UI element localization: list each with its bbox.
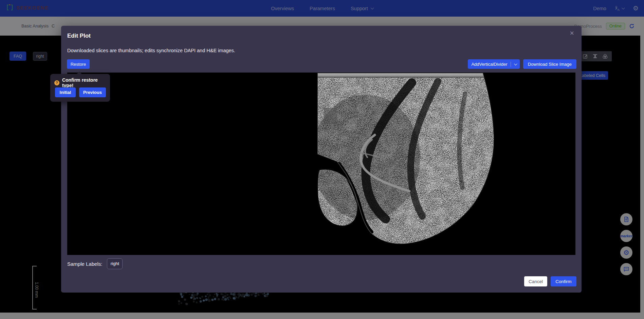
restore-previous-button[interactable]: Previous [79, 87, 106, 97]
sample-labels-label: Sample Labels: [67, 261, 102, 267]
restore-confirm-popover: ? Confirm restore type! Initial Previous [50, 74, 110, 102]
modal-title: Edit Plot [67, 33, 91, 39]
restore-button[interactable]: Restore [67, 59, 90, 69]
restore-initial-button[interactable]: Initial [55, 87, 76, 97]
button-divider [511, 62, 511, 67]
brain-slice-image [67, 73, 575, 255]
download-slice-image-button[interactable]: Download Slice Image [523, 59, 576, 69]
popover-message: Confirm restore type! [62, 77, 110, 88]
modal-action-buttons: AddVerticalDivider Download Slice Image [468, 59, 576, 69]
screen: SEEKGENE Overviews Parameters Support De… [0, 0, 644, 319]
cancel-button[interactable]: Cancel [524, 276, 547, 286]
modal-footer: Cancel Confirm [524, 276, 576, 286]
question-circle-icon: ? [54, 80, 59, 85]
add-vertical-divider-button[interactable]: AddVerticalDivider [468, 59, 519, 69]
modal-description: Downloaded slices are thumbnails; edits … [67, 48, 235, 53]
popover-message-row: ? Confirm restore type! [54, 77, 110, 88]
slice-image-viewport[interactable] [67, 73, 575, 255]
confirm-button[interactable]: Confirm [551, 276, 576, 286]
sample-labels-row: Sample Labels: right [67, 258, 123, 269]
close-icon[interactable]: × [568, 29, 576, 37]
chevron-down-icon[interactable] [514, 62, 517, 65]
edit-plot-modal: Edit Plot × Downloaded slices are thumbn… [61, 26, 582, 293]
sample-label-chip[interactable]: right [107, 258, 123, 269]
